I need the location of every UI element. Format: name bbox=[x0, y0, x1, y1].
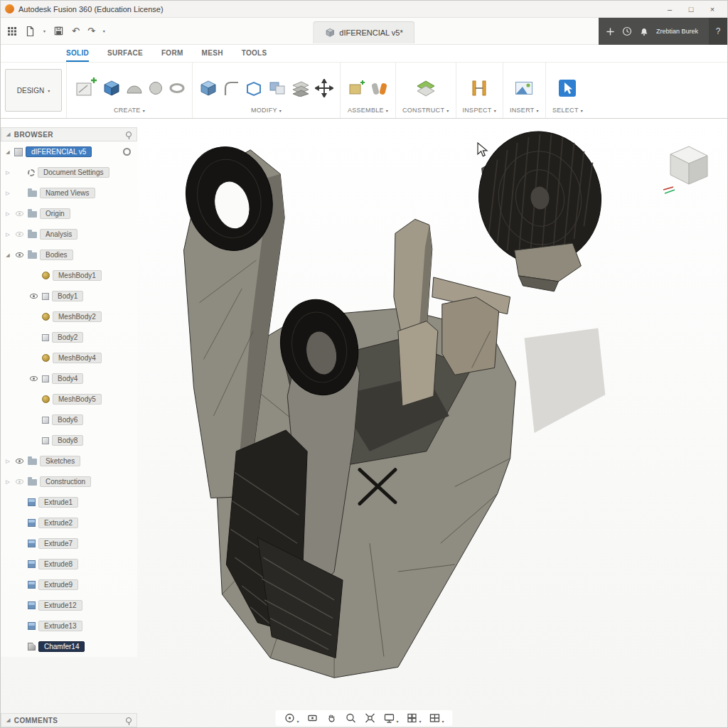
expand-arrow-icon[interactable]: ▷ bbox=[4, 479, 11, 485]
collapse-arrow-icon[interactable]: ◢ bbox=[6, 132, 11, 137]
pin-icon[interactable] bbox=[126, 717, 132, 723]
browser-item-extrude13[interactable]: Extrude13 bbox=[1, 616, 137, 636]
collapse-arrow-icon[interactable]: ◢ bbox=[4, 149, 11, 155]
save-icon[interactable] bbox=[53, 26, 64, 36]
visibility-eye-icon[interactable] bbox=[14, 211, 25, 216]
browser-header[interactable]: ◢ BROWSER bbox=[1, 127, 137, 141]
browser-item-meshbody4[interactable]: MeshBody4 bbox=[1, 348, 137, 368]
expand-arrow-icon[interactable]: ▷ bbox=[4, 232, 11, 237]
browser-item-extrude2[interactable]: Extrude2 bbox=[1, 513, 137, 533]
tab-surface[interactable]: SURFACE bbox=[107, 49, 143, 62]
insert-mesh-button[interactable] bbox=[514, 80, 534, 97]
browser-item-document-settings[interactable]: ▷Document Settings bbox=[1, 162, 137, 183]
browser-item-body1[interactable]: Body1 bbox=[1, 286, 137, 306]
extrude-button[interactable] bbox=[102, 79, 121, 97]
minimize-button[interactable]: – bbox=[659, 5, 680, 14]
browser-item-origin[interactable]: ▷Origin bbox=[1, 203, 137, 224]
browser-item-body4[interactable]: Body4 bbox=[1, 368, 137, 389]
combine-button[interactable] bbox=[268, 80, 287, 97]
split-body-button[interactable] bbox=[291, 80, 310, 97]
visibility-eye-icon[interactable] bbox=[14, 479, 25, 484]
sweep-button[interactable] bbox=[148, 80, 164, 96]
browser-item-meshbody2[interactable]: MeshBody2 bbox=[1, 306, 137, 327]
inspect-group-label[interactable]: INSPECT▾ bbox=[463, 107, 496, 114]
press-pull-button[interactable] bbox=[199, 79, 218, 97]
browser-item-extrude9[interactable]: Extrude9 bbox=[1, 574, 137, 595]
select-button[interactable] bbox=[557, 78, 577, 98]
close-button[interactable]: × bbox=[702, 5, 723, 14]
comments-bar[interactable]: ◢ COMMENTS bbox=[1, 713, 137, 727]
browser-item-analysis[interactable]: ▷Analysis bbox=[1, 224, 137, 245]
create-group-label[interactable]: CREATE▾ bbox=[114, 107, 145, 114]
orbit-icon[interactable]: ▾ bbox=[284, 712, 299, 724]
move-button[interactable] bbox=[315, 79, 333, 97]
document-tab[interactable]: dIFERENCIAL v5* bbox=[313, 21, 414, 43]
shell-button[interactable] bbox=[245, 79, 263, 97]
menu-grid-icon[interactable] bbox=[7, 26, 17, 36]
visibility-eye-icon[interactable] bbox=[28, 376, 39, 381]
grid-snaps-icon[interactable]: ▾ bbox=[407, 712, 422, 724]
browser-item-named-views[interactable]: ▷Named Views bbox=[1, 183, 137, 203]
visibility-eye-icon[interactable] bbox=[14, 232, 25, 237]
create-sketch-button[interactable] bbox=[73, 77, 97, 100]
construction-plane-button[interactable] bbox=[415, 79, 437, 97]
collapse-arrow-icon[interactable]: ◢ bbox=[4, 252, 11, 258]
browser-item-root[interactable]: ◢ dIFERENCIAL v5 bbox=[1, 141, 137, 162]
browser-item-meshbody5[interactable]: MeshBody5 bbox=[1, 389, 137, 410]
browser-item-chamfer14[interactable]: Chamfer14 bbox=[1, 636, 137, 657]
collapse-arrow-icon[interactable]: ◢ bbox=[6, 717, 11, 723]
browser-item-sketches[interactable]: ▷Sketches bbox=[1, 451, 137, 471]
browser-item-construction[interactable]: ▷Construction bbox=[1, 471, 137, 492]
browser-item-body2[interactable]: Body2 bbox=[1, 327, 137, 348]
visibility-eye-icon[interactable] bbox=[14, 459, 25, 464]
browser-item-extrude1[interactable]: Extrude1 bbox=[1, 492, 137, 513]
file-icon[interactable] bbox=[25, 26, 36, 37]
undo-icon[interactable]: ↶ bbox=[72, 26, 80, 36]
browser-item-extrude12[interactable]: Extrude12 bbox=[1, 595, 137, 616]
look-at-icon[interactable] bbox=[306, 712, 318, 724]
redo-icon[interactable]: ↷ bbox=[87, 26, 95, 36]
maximize-button[interactable]: □ bbox=[680, 5, 702, 14]
help-icon[interactable]: ? bbox=[709, 18, 727, 45]
expand-arrow-icon[interactable]: ▷ bbox=[4, 191, 11, 196]
file-caret-icon[interactable]: ▾ bbox=[43, 28, 46, 33]
view-cube[interactable] bbox=[659, 137, 719, 197]
assemble-group-label[interactable]: ASSEMBLE▾ bbox=[348, 107, 388, 114]
expand-arrow-icon[interactable]: ▷ bbox=[4, 459, 11, 464]
fillet-button[interactable] bbox=[223, 80, 240, 97]
notifications-bell-icon[interactable] bbox=[639, 26, 649, 36]
viewports-icon[interactable]: ▾ bbox=[429, 712, 444, 724]
browser-item-bodies[interactable]: ◢Bodies bbox=[1, 245, 137, 265]
pin-icon[interactable] bbox=[126, 132, 132, 137]
redo-caret-icon[interactable]: ▾ bbox=[103, 28, 105, 33]
tab-solid[interactable]: SOLID bbox=[66, 49, 89, 62]
display-settings-icon[interactable]: ▾ bbox=[383, 712, 398, 724]
tab-mesh[interactable]: MESH bbox=[202, 49, 223, 62]
coil-button[interactable] bbox=[168, 82, 186, 95]
browser-item-body6[interactable]: Body6 bbox=[1, 410, 137, 430]
tab-tools[interactable]: TOOLS bbox=[242, 49, 267, 62]
insert-group-label[interactable]: INSERT▾ bbox=[510, 107, 539, 114]
modify-group-label[interactable]: MODIFY▾ bbox=[251, 107, 282, 114]
expand-arrow-icon[interactable]: ▷ bbox=[4, 211, 11, 217]
new-component-button[interactable] bbox=[347, 79, 365, 97]
job-status-clock-icon[interactable] bbox=[622, 26, 632, 36]
visibility-eye-icon[interactable] bbox=[28, 294, 39, 299]
user-name[interactable]: Zrebtian Burek bbox=[656, 28, 702, 35]
expand-arrow-icon[interactable]: ▷ bbox=[4, 170, 11, 176]
extensions-plus-icon[interactable] bbox=[606, 27, 615, 36]
viewport-canvas[interactable]: ◢ BROWSER ◢ dIFERENCIAL v5 ▷Document Set… bbox=[1, 119, 727, 727]
activate-radio-icon[interactable] bbox=[123, 148, 131, 156]
browser-item-body8[interactable]: Body8 bbox=[1, 430, 137, 451]
measure-button[interactable] bbox=[470, 79, 488, 97]
browser-item-extrude7[interactable]: Extrude7 bbox=[1, 533, 137, 554]
select-group-label[interactable]: SELECT▾ bbox=[552, 107, 583, 114]
zoom-icon[interactable] bbox=[345, 712, 356, 724]
revolve-button[interactable] bbox=[126, 80, 143, 97]
design-dropdown[interactable]: DESIGN▾ bbox=[5, 69, 62, 112]
pan-icon[interactable] bbox=[326, 712, 337, 724]
fit-icon[interactable] bbox=[364, 712, 375, 724]
visibility-eye-icon[interactable] bbox=[14, 252, 25, 257]
joint-button[interactable] bbox=[370, 79, 389, 97]
tab-form[interactable]: FORM bbox=[161, 49, 183, 62]
